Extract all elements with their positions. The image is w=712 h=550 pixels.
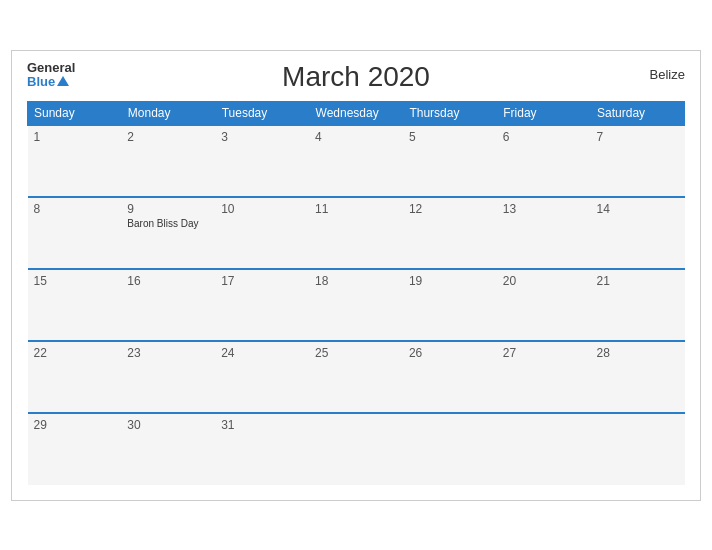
day-number: 9 [127,202,209,216]
table-row: 12 [403,197,497,269]
table-row [591,413,685,485]
weekday-row: Sunday Monday Tuesday Wednesday Thursday… [28,101,685,125]
day-number: 7 [597,130,679,144]
table-row: 15 [28,269,122,341]
day-number: 15 [34,274,116,288]
calendar-header: General Blue March 2020 Belize [27,61,685,93]
calendar-title: March 2020 [282,61,430,93]
day-number: 23 [127,346,209,360]
day-number: 6 [503,130,585,144]
day-number: 19 [409,274,491,288]
table-row: 17 [215,269,309,341]
table-row [497,413,591,485]
calendar-week-row: 89Baron Bliss Day1011121314 [28,197,685,269]
calendar-weekday-header: Sunday Monday Tuesday Wednesday Thursday… [28,101,685,125]
day-number: 10 [221,202,303,216]
day-number: 5 [409,130,491,144]
day-number: 13 [503,202,585,216]
day-number: 20 [503,274,585,288]
table-row: 4 [309,125,403,197]
weekday-tuesday: Tuesday [215,101,309,125]
day-number: 31 [221,418,303,432]
day-number: 16 [127,274,209,288]
country-label: Belize [650,67,685,82]
day-number: 30 [127,418,209,432]
calendar-container: General Blue March 2020 Belize Sunday Mo… [11,50,701,501]
table-row: 30 [121,413,215,485]
table-row: 3 [215,125,309,197]
day-event: Baron Bliss Day [127,218,209,229]
table-row: 18 [309,269,403,341]
logo-triangle-icon [57,76,69,86]
calendar-week-row: 15161718192021 [28,269,685,341]
day-number: 14 [597,202,679,216]
calendar-week-row: 1234567 [28,125,685,197]
table-row: 1 [28,125,122,197]
table-row: 26 [403,341,497,413]
table-row: 14 [591,197,685,269]
day-number: 18 [315,274,397,288]
logo: General Blue [27,61,75,90]
calendar-grid: Sunday Monday Tuesday Wednesday Thursday… [27,101,685,485]
day-number: 1 [34,130,116,144]
day-number: 8 [34,202,116,216]
day-number: 22 [34,346,116,360]
day-number: 25 [315,346,397,360]
weekday-wednesday: Wednesday [309,101,403,125]
table-row: 9Baron Bliss Day [121,197,215,269]
weekday-friday: Friday [497,101,591,125]
table-row [403,413,497,485]
table-row: 6 [497,125,591,197]
day-number: 17 [221,274,303,288]
table-row: 13 [497,197,591,269]
weekday-thursday: Thursday [403,101,497,125]
table-row: 25 [309,341,403,413]
table-row: 8 [28,197,122,269]
day-number: 2 [127,130,209,144]
table-row: 11 [309,197,403,269]
day-number: 27 [503,346,585,360]
table-row: 24 [215,341,309,413]
day-number: 26 [409,346,491,360]
weekday-sunday: Sunday [28,101,122,125]
table-row: 21 [591,269,685,341]
day-number: 29 [34,418,116,432]
table-row: 23 [121,341,215,413]
weekday-monday: Monday [121,101,215,125]
table-row: 20 [497,269,591,341]
day-number: 28 [597,346,679,360]
day-number: 12 [409,202,491,216]
table-row: 28 [591,341,685,413]
table-row: 31 [215,413,309,485]
calendar-week-row: 293031 [28,413,685,485]
day-number: 21 [597,274,679,288]
calendar-body: 123456789Baron Bliss Day1011121314151617… [28,125,685,485]
table-row: 22 [28,341,122,413]
day-number: 24 [221,346,303,360]
table-row: 5 [403,125,497,197]
calendar-week-row: 22232425262728 [28,341,685,413]
table-row: 19 [403,269,497,341]
table-row [309,413,403,485]
table-row: 10 [215,197,309,269]
table-row: 16 [121,269,215,341]
weekday-saturday: Saturday [591,101,685,125]
table-row: 29 [28,413,122,485]
table-row: 27 [497,341,591,413]
day-number: 4 [315,130,397,144]
logo-general-text: General [27,61,75,75]
day-number: 11 [315,202,397,216]
table-row: 2 [121,125,215,197]
table-row: 7 [591,125,685,197]
logo-blue-text: Blue [27,75,69,89]
day-number: 3 [221,130,303,144]
